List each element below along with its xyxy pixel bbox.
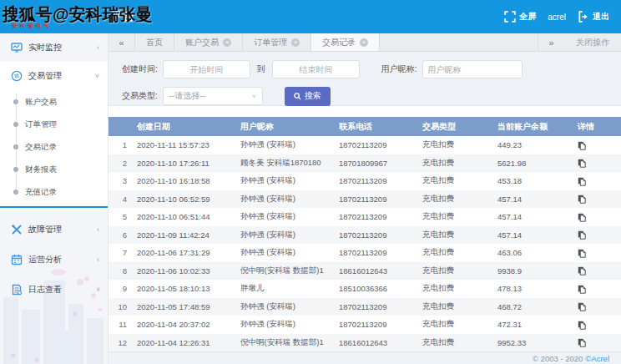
sidebar-item-label: 实时监控 (28, 42, 97, 53)
content-area: « 首页 账户交易 × 订单管理 × 交易记录 × » 关闭操作 (109, 33, 621, 364)
sidebar-item-trade-record[interactable]: 交易记录 (0, 135, 108, 158)
table-row: 2 2020-11-10 17:26:11 顾冬美 安科瑞1870180 187… (109, 154, 621, 173)
cell-nickname: 孙钟强 (安科瑞) (237, 172, 336, 190)
tab-bar: « 首页 账户交易 × 订单管理 × 交易记录 × » 关闭操作 (109, 33, 621, 52)
cell-phone: 18616012643 (336, 334, 419, 352)
tabs-scroll-left-icon[interactable]: « (109, 33, 135, 51)
cell-balance: 463.06 (494, 244, 574, 262)
trade-type-label: 交易类型: (122, 90, 158, 102)
tab-label: 首页 (146, 37, 163, 48)
watermark: 搜狐号@安科瑞张曼 (3, 3, 153, 26)
sidebar-item-realtime-monitor[interactable]: 实时监控 ‹ (0, 33, 108, 62)
cell-balance: 9952.33 (494, 334, 574, 352)
logout-button[interactable]: 退出 (578, 11, 609, 23)
tab-home[interactable]: 首页 (135, 33, 174, 51)
row-index: 11 (109, 316, 134, 334)
search-button[interactable]: 搜索 (285, 87, 331, 106)
detail-copy-icon[interactable] (578, 266, 586, 276)
col-trade-type: 交易类型 (419, 117, 494, 136)
row-index: 4 (109, 190, 134, 209)
fullscreen-button[interactable]: 全屏 (504, 11, 536, 23)
detail-copy-icon[interactable] (578, 195, 586, 204)
detail-copy-icon[interactable] (578, 230, 586, 240)
close-operations-button[interactable]: 关闭操作 (564, 33, 621, 51)
tabs-scroll-right-icon[interactable]: » (538, 33, 564, 51)
detail-copy-icon[interactable] (578, 141, 586, 150)
sidebar-item-account-trade[interactable]: 账户交易 (0, 90, 108, 113)
sidebar-item-log-view[interactable]: 日志查看 ‹ (0, 275, 108, 305)
cell-create-date: 2020-11-10 06:51:44 (134, 208, 237, 226)
chevron-left-icon: ‹ (97, 255, 99, 264)
cell-balance: 457.14 (494, 208, 574, 226)
cell-balance: 449.23 (494, 136, 574, 154)
search-label: 搜索 (305, 90, 321, 102)
cell-phone: 18616012643 (336, 262, 419, 281)
detail-copy-icon[interactable] (578, 338, 586, 347)
trade-type-value: --请选择-- (169, 90, 205, 102)
sidebar-item-order-manage[interactable]: 订单管理 (0, 113, 108, 135)
cell-nickname: 顾冬美 安科瑞1870180 (237, 154, 336, 173)
logout-label: 退出 (593, 11, 609, 23)
table-row: 7 2020-11-06 17:31:29 孙钟强 (安科瑞) 18702113… (109, 244, 621, 262)
sidebar-item-operation-analysis[interactable]: 运营分析 ‹ (0, 245, 108, 275)
tab-account-trade[interactable]: 账户交易 × (174, 33, 243, 51)
row-index: 10 (109, 298, 134, 316)
cell-nickname: 孙钟强 (安科瑞) (237, 136, 336, 154)
header-actions: 全屏 acrel 退出 (504, 11, 609, 23)
tab-close-icon[interactable]: × (291, 38, 300, 47)
cell-create-date: 2020-11-04 20:37:02 (134, 316, 237, 334)
acrel-link[interactable]: ©Acrel (585, 354, 609, 363)
sidebar-item-recharge-record[interactable]: 充值记录 (0, 180, 108, 203)
tab-close-icon[interactable]: × (360, 38, 368, 47)
cell-trade-type: 充电扣费 (419, 226, 494, 245)
cell-trade-type: 充电扣费 (419, 244, 494, 262)
transaction-icon (11, 70, 23, 82)
tab-close-icon[interactable]: × (223, 38, 231, 47)
sidebar: 实时监控 ‹ 交易管理 ˅ 账户交易 订单管理 交易记录 财务报表 (0, 33, 109, 364)
log-icon (11, 284, 23, 296)
nickname-label: 用户昵称: (381, 63, 417, 75)
logout-icon (578, 11, 589, 23)
to-label: 到 (257, 63, 265, 75)
cell-trade-type: 充电扣费 (419, 334, 494, 352)
sidebar-item-finance-report[interactable]: 财务报表 (0, 158, 108, 180)
start-time-input[interactable] (163, 60, 250, 78)
detail-copy-icon[interactable] (578, 285, 586, 294)
end-time-input[interactable] (272, 60, 360, 78)
sidebar-item-label: 故障管理 (28, 224, 97, 235)
detail-copy-icon[interactable] (578, 249, 586, 258)
search-icon (294, 93, 301, 100)
cell-phone: 18702113209 (336, 316, 419, 334)
detail-copy-icon[interactable] (578, 159, 586, 168)
table-row: 4 2020-11-10 06:52:59 孙钟强 (安科瑞) 18702113… (109, 190, 621, 209)
cell-create-date: 2020-11-11 15:57:23 (134, 136, 237, 154)
cell-trade-type: 充电扣费 (419, 298, 494, 316)
app-window: 搜狐号@安科瑞张曼 安科瑞电气 平台 全屏 acrel 退出 (0, 0, 621, 364)
detail-copy-icon[interactable] (578, 213, 586, 222)
table-row: 3 2020-11-10 16:18:58 孙钟强 (安科瑞) 18702113… (109, 172, 621, 190)
sidebar-item-trade-manage[interactable]: 交易管理 ˅ (0, 62, 108, 90)
cell-trade-type: 充电扣费 (419, 136, 494, 154)
cell-create-date: 2020-11-10 16:18:58 (134, 172, 237, 190)
row-index: 3 (109, 172, 134, 190)
cell-phone: 18510036366 (336, 280, 419, 298)
cell-create-date: 2020-11-05 17:48:59 (134, 298, 237, 316)
filter-panel: 创建时间: 到 用户昵称: 交易类型: --请选择-- ˅ (109, 52, 621, 106)
detail-copy-icon[interactable] (578, 177, 586, 186)
detail-copy-icon[interactable] (578, 321, 586, 330)
tab-order-manage[interactable]: 订单管理 × (243, 33, 311, 51)
col-balance: 当前账户余额 (494, 117, 574, 136)
username[interactable]: acrel (548, 13, 566, 22)
col-detail: 详情 (574, 117, 621, 136)
sidebar-item-fault-manage[interactable]: 故障管理 ‹ (0, 215, 108, 245)
cell-trade-type: 充电扣费 (419, 262, 494, 281)
trade-type-select[interactable]: --请选择-- ˅ (163, 87, 263, 105)
table-row: 11 2020-11-04 20:37:02 孙钟强 (安科瑞) 1870211… (109, 316, 621, 334)
detail-copy-icon[interactable] (578, 302, 586, 311)
nickname-input[interactable] (422, 60, 523, 78)
monitor-icon (11, 42, 23, 53)
tab-trade-record[interactable]: 交易记录 × (311, 33, 380, 51)
tab-label: 订单管理 (254, 37, 287, 48)
cell-phone: 18702113209 (336, 208, 419, 226)
table-row: 8 2020-11-06 10:02:33 倪中明(安科瑞 数据部)1 1861… (109, 262, 621, 281)
